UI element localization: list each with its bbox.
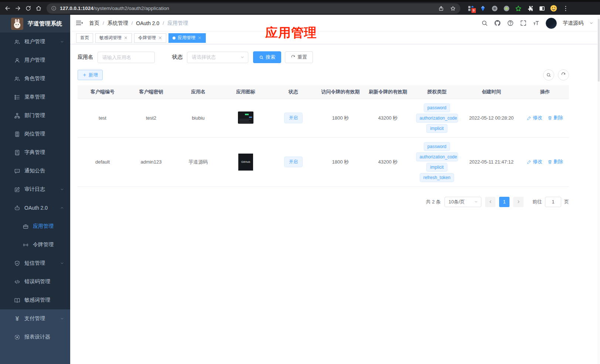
bookmark-star-icon[interactable] (450, 6, 456, 11)
font-size-icon[interactable] (533, 20, 540, 27)
fullscreen-icon[interactable] (520, 20, 527, 27)
sidebar-item[interactable]: 错误码管理 (0, 272, 70, 291)
extension-circle-green-icon[interactable] (502, 4, 510, 12)
close-icon[interactable] (124, 36, 128, 40)
sidebar-item[interactable]: OAuth 2.0 (0, 199, 70, 217)
sidebar-item[interactable]: 敏感词管理 (0, 291, 70, 309)
page-scrollbar[interactable] (597, 17, 600, 364)
close-icon[interactable] (198, 36, 202, 40)
browser-menu-button[interactable] (562, 4, 569, 12)
page-size-select[interactable]: 10条/页 (444, 197, 481, 207)
sidebar-item[interactable]: 短信管理 (0, 254, 70, 272)
toggle-search-button[interactable] (543, 69, 554, 80)
side-panel-icon (538, 5, 546, 12)
edit-button[interactable]: 修改 (527, 114, 542, 121)
grant-type-tag: authorization_code (416, 152, 458, 161)
home-icon (35, 5, 42, 11)
browser-reload-button[interactable] (23, 3, 33, 14)
github-icon[interactable] (494, 20, 501, 27)
status-select[interactable]: 请选择状态 (187, 52, 248, 63)
browser-back-button[interactable] (2, 3, 13, 14)
sidebar-item[interactable]: 菜单管理 (0, 88, 70, 106)
extension-circle-dark-icon[interactable] (491, 4, 498, 12)
extension-puzzle-icon[interactable] (526, 4, 534, 12)
sidebar-item[interactable]: 岗位管理 (0, 125, 70, 143)
search-icon (546, 72, 551, 78)
chevron-down-icon (60, 316, 64, 321)
extension-badge: 9 (471, 7, 477, 14)
status-label: 状态 (172, 54, 183, 61)
edit-label: 修改 (533, 114, 542, 121)
search-button[interactable]: 搜索 (253, 51, 281, 63)
sidebar-item-label: 审计日志 (24, 186, 60, 193)
add-button[interactable]: 新增 (78, 70, 103, 80)
help-icon[interactable] (507, 20, 514, 27)
sidebar-item[interactable]: 角色管理 (0, 69, 70, 88)
side-panel-button[interactable] (538, 4, 546, 12)
sidebar-item[interactable]: 通知公告 (0, 162, 70, 180)
goto-page-input[interactable] (545, 197, 561, 207)
url-bar[interactable]: 127.0.0.1:1024/system/oauth2/oauth2/appl… (47, 3, 460, 14)
column-header: 应用图标 (222, 85, 270, 99)
breadcrumb-separator: / (132, 20, 133, 26)
column-header: 刷新令牌的有效期 (364, 85, 412, 99)
edit-button[interactable]: 修改 (527, 158, 542, 165)
sidebar-logo[interactable]: 芋道管理系统 (0, 15, 70, 32)
app-name-input[interactable] (98, 52, 155, 63)
browser-home-button[interactable] (33, 3, 44, 14)
sidebar-item[interactable]: 部门管理 (0, 106, 70, 125)
extension-gem-icon[interactable] (479, 4, 487, 12)
sidebar-item[interactable]: 应用管理 (0, 217, 70, 236)
scrollbar-thumb[interactable] (598, 19, 600, 82)
search-icon[interactable] (481, 20, 488, 27)
delete-button[interactable]: 删除 (548, 158, 563, 165)
share-icon[interactable] (438, 6, 444, 11)
view-tab[interactable]: 首页 (76, 33, 93, 43)
sidebar-item[interactable]: 用户管理 (0, 51, 70, 69)
applications-table: 客户端编号客户端密钥应用名应用图标状态访问令牌的有效期刷新令牌的有效期授权类型创… (78, 85, 569, 187)
view-tab[interactable]: 令牌管理 (134, 33, 166, 43)
total-count: 共 2 条 (426, 199, 441, 205)
plus-icon (82, 73, 87, 77)
collapse-sidebar-icon[interactable] (75, 19, 83, 27)
refresh-table-button[interactable] (558, 69, 569, 80)
user-icon (14, 57, 20, 63)
breadcrumb-item[interactable]: OAuth 2.0 (136, 20, 159, 26)
grant-type-tag: implicit (426, 124, 447, 133)
sidebar-item[interactable]: 字典管理 (0, 143, 70, 162)
view-tab[interactable]: 敏感词管理 (95, 33, 132, 43)
column-header: 授权类型 (412, 85, 462, 99)
breadcrumb-item[interactable]: 系统管理 (108, 20, 128, 27)
extension-star-icon[interactable] (514, 4, 522, 12)
sidebar-item[interactable]: 审计日志 (0, 180, 70, 199)
prev-page-button[interactable] (485, 197, 495, 207)
reset-button[interactable]: 重置 (285, 51, 313, 63)
breadcrumb-item[interactable]: 首页 (89, 20, 99, 27)
delete-button[interactable]: 删除 (548, 114, 563, 121)
extension-grid-icon[interactable]: 9 (467, 4, 475, 12)
close-icon[interactable] (158, 36, 162, 40)
sidebar-item[interactable]: 租户管理 (0, 32, 70, 51)
browser-forward-button[interactable] (13, 3, 23, 14)
grant-type-tag: authorization_code (416, 114, 458, 123)
arrow-left-icon (4, 5, 11, 11)
status-cell: 开启 (270, 137, 317, 186)
view-tab[interactable]: 应用管理 (168, 33, 206, 43)
page-number-button[interactable]: 1 (499, 197, 509, 207)
chevron-down-icon (60, 187, 64, 192)
page-unit-label: 页 (564, 199, 569, 205)
next-page-button[interactable] (513, 197, 524, 207)
sidebar-item[interactable]: 令牌管理 (0, 236, 70, 254)
browser-profile-avatar[interactable] (550, 4, 558, 12)
sidebar-item[interactable]: 报表设计器 (0, 328, 70, 346)
token-icon (23, 242, 29, 248)
user-avatar[interactable] (546, 18, 557, 29)
status-tag: 开启 (284, 157, 303, 167)
sidebar-item[interactable]: ¥支付管理 (0, 309, 70, 328)
sidebar-item-label: 菜单管理 (24, 94, 64, 100)
sidebar-menu-group: 租户管理用户管理角色管理菜单管理部门管理岗位管理字典管理通知公告审计日志OAut… (0, 32, 70, 309)
chevron-down-icon (60, 40, 64, 44)
trash-icon (548, 159, 552, 164)
chevron-down-icon[interactable] (589, 21, 593, 25)
green-dot-circle-icon (503, 5, 510, 12)
